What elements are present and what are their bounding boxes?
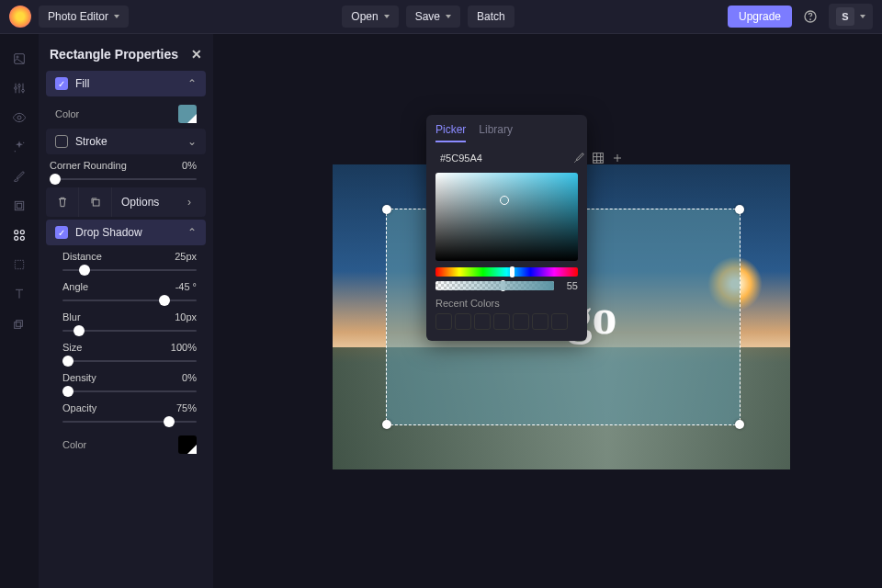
recent-colors-label: Recent Colors [435,298,578,309]
delete-button[interactable] [46,187,79,217]
fill-checkbox[interactable]: ✓ [55,77,68,90]
opacity-slider[interactable] [62,416,197,427]
resize-handle-sw[interactable] [382,420,391,429]
chevron-right-icon[interactable]: › [173,187,206,217]
app-logo [9,6,31,28]
library-tab[interactable]: Library [479,123,513,142]
svg-rect-11 [17,203,21,208]
chevron-down-icon [446,15,451,18]
distance-slider[interactable] [62,265,197,276]
blur-slider[interactable] [62,325,197,336]
svg-rect-18 [15,322,21,329]
svg-point-8 [23,142,24,143]
properties-panel: Rectangle Properties ✕ ✓ Fill ⌃ Color St… [39,34,213,588]
adjust-tool-icon[interactable] [7,76,31,100]
picker-tab[interactable]: Picker [435,123,466,142]
angle-slider[interactable] [62,295,197,306]
chevron-down-icon [860,15,865,18]
chevron-up-icon: ⌃ [187,77,197,90]
drop-shadow-checkbox[interactable]: ✓ [55,226,68,239]
frame-tool-icon[interactable] [7,194,31,218]
eyedropper-icon[interactable] [571,150,586,166]
layers-tool-icon[interactable] [7,311,31,335]
svg-point-1 [810,19,811,20]
shadow-color-swatch[interactable] [178,435,197,454]
chevron-down-icon [384,15,390,18]
palette-grid-icon[interactable] [591,150,605,166]
fill-color-label: Color [55,108,79,119]
recent-color-swatch[interactable] [435,313,452,330]
recent-color-swatch[interactable] [493,313,510,330]
svg-point-9 [15,151,16,152]
hue-slider[interactable] [435,267,578,277]
app-switcher[interactable]: Photo Editor [39,6,129,28]
color-picker-popover: Picker Library 55 Recent Colors [426,115,587,341]
add-color-icon[interactable] [610,150,625,166]
duplicate-button[interactable] [79,187,112,217]
user-menu[interactable]: S [829,4,873,29]
svg-point-7 [17,116,21,119]
top-bar: Photo Editor Open Save Batch Upgrade S [0,0,882,34]
svg-rect-17 [17,321,23,327]
svg-rect-19 [93,199,99,206]
alpha-slider[interactable] [435,281,554,290]
hex-input[interactable] [440,153,567,164]
size-slider[interactable] [62,356,197,367]
svg-point-3 [17,56,18,58]
stroke-checkbox[interactable] [55,135,68,148]
svg-rect-20 [594,153,604,164]
fill-section[interactable]: ✓ Fill ⌃ [46,71,206,96]
saturation-value-field[interactable] [435,173,578,261]
svg-point-12 [15,231,18,234]
recent-color-swatch[interactable] [455,313,471,330]
help-icon[interactable] [799,6,821,28]
svg-rect-10 [15,201,23,209]
density-slider[interactable] [62,386,197,397]
chevron-up-icon: ⌃ [187,226,197,239]
svg-point-6 [22,89,25,92]
recent-color-swatch[interactable] [513,313,529,330]
svg-point-4 [15,87,17,90]
options-button[interactable]: Options [112,196,173,209]
drop-shadow-section[interactable]: ✓ Drop Shadow ⌃ [46,220,206,245]
text-tool-icon[interactable] [7,282,31,306]
shapes-tool-icon[interactable] [7,223,31,247]
upgrade-button[interactable]: Upgrade [728,6,792,28]
batch-button[interactable]: Batch [468,6,514,28]
close-icon[interactable]: ✕ [191,47,202,62]
sparkle-tool-icon[interactable] [7,135,31,159]
tool-rail [0,34,39,588]
select-tool-icon[interactable] [7,253,31,277]
brush-tool-icon[interactable] [7,164,31,188]
corner-rounding-label: Corner Rounding [50,160,127,171]
svg-point-13 [20,231,24,234]
recent-color-swatch[interactable] [474,313,491,330]
shadow-color-label: Color [62,439,86,450]
alpha-value: 55 [560,280,578,291]
corner-rounding-slider[interactable] [50,174,197,185]
eye-tool-icon[interactable] [7,106,31,130]
chevron-down-icon [114,15,119,18]
fill-color-swatch[interactable] [178,105,197,123]
svg-point-5 [18,85,21,87]
svg-point-15 [20,236,24,240]
resize-handle-ne[interactable] [735,205,744,214]
save-button[interactable]: Save [406,6,460,28]
resize-handle-nw[interactable] [382,205,391,214]
chevron-down-icon: ⌄ [187,135,197,148]
svg-rect-16 [15,260,23,268]
recent-color-swatch[interactable] [551,313,568,330]
stroke-section[interactable]: Stroke ⌄ [46,129,206,154]
svg-point-14 [15,236,18,240]
image-tool-icon[interactable] [7,47,31,71]
resize-handle-se[interactable] [735,420,744,429]
canvas[interactable]: Logo Picker Library 55 Recent Colors [213,34,882,588]
panel-title: Rectangle Properties [50,47,178,62]
recent-color-swatch[interactable] [532,313,548,330]
open-button[interactable]: Open [342,6,398,28]
